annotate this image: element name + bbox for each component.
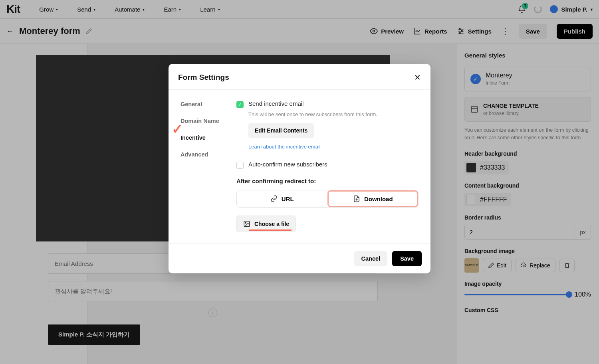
tab-domain-name[interactable]: Domain Name <box>180 118 236 124</box>
send-incentive-checkbox[interactable]: ✓ <box>236 101 244 108</box>
incentive-helper-text: This will be sent once to new subscriber… <box>248 111 419 117</box>
modal-overlay: Form Settings ✕ General Domain Name Ince… <box>0 0 599 364</box>
close-icon[interactable]: ✕ <box>414 73 421 82</box>
form-settings-modal: Form Settings ✕ General Domain Name Ince… <box>169 64 430 273</box>
redirect-download-option[interactable]: Download <box>327 190 419 207</box>
tab-advanced[interactable]: Advanced <box>180 151 236 158</box>
modal-title: Form Settings <box>178 73 229 82</box>
choose-file-button[interactable]: Choose a file <box>236 216 296 232</box>
tab-incentive[interactable]: Incentive <box>180 135 236 141</box>
learn-incentive-link[interactable]: Learn about the incentive email <box>248 144 419 150</box>
annotation-underline <box>249 229 292 231</box>
redirect-url-option[interactable]: URL <box>237 190 327 207</box>
redirect-segment: URL Download <box>236 190 419 208</box>
auto-confirm-checkbox[interactable] <box>236 162 244 169</box>
send-incentive-label: Send incentive email <box>248 100 303 107</box>
download-icon <box>353 195 360 202</box>
save-modal-button[interactable]: Save <box>392 251 422 266</box>
image-icon <box>243 220 250 228</box>
cancel-button[interactable]: Cancel <box>354 251 388 266</box>
redirect-heading: After confirming redirect to: <box>236 178 419 184</box>
auto-confirm-label: Auto-confirm new subscribers <box>248 161 327 168</box>
svg-point-10 <box>245 222 246 223</box>
edit-email-contents-button[interactable]: Edit Email Contents <box>248 123 314 138</box>
tab-general[interactable]: General <box>180 101 236 107</box>
link-icon <box>270 195 278 202</box>
